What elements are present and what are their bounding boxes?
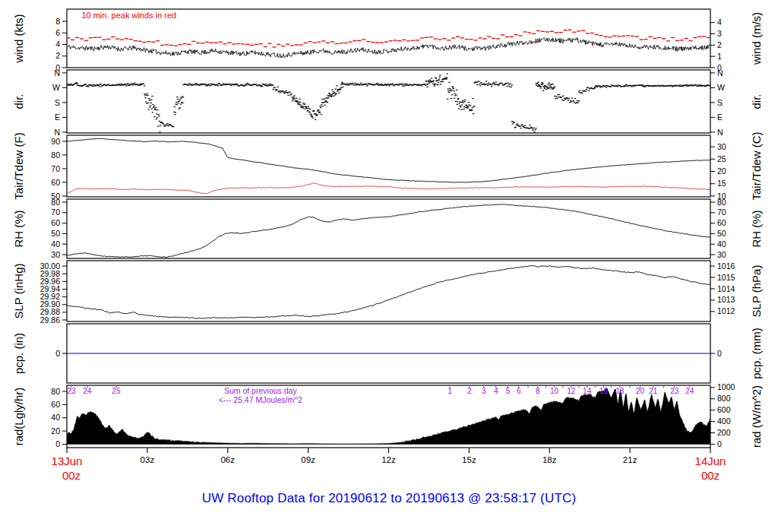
- meteogram: 0246801234wind (kts)wind (m/s)10 min. pe…: [0, 0, 778, 532]
- svg-text:S: S: [55, 98, 60, 107]
- svg-text:4: 4: [55, 40, 60, 49]
- svg-text:80: 80: [51, 150, 60, 160]
- svg-text:60: 60: [51, 400, 60, 409]
- svg-text:0: 0: [717, 439, 722, 448]
- svg-text:Sum of previous day: Sum of previous day: [224, 386, 297, 395]
- svg-text:1013: 1013: [717, 295, 735, 304]
- svg-text:N: N: [54, 68, 60, 78]
- svg-text:<--- 25.47 MJoules/m^2: <--- 25.47 MJoules/m^2: [219, 395, 302, 404]
- radiation-sum-annotation: Sum of previous day<--- 25.47 MJoules/m^…: [219, 386, 302, 404]
- svg-text:3: 3: [717, 29, 722, 38]
- trace-wind-direction: [66, 73, 711, 132]
- svg-text:wind (m/s): wind (m/s): [750, 12, 763, 65]
- panel-temp: 50607080901015202530Tair/Tdew (F)Tair/Td…: [12, 131, 763, 200]
- svg-text:20: 20: [51, 426, 60, 435]
- svg-text:60: 60: [51, 218, 60, 227]
- trace-ten-min-peak-winds: [66, 30, 710, 47]
- svg-text:40: 40: [51, 239, 60, 249]
- svg-text:14Jun: 14Jun: [695, 454, 726, 467]
- svg-text:0: 0: [717, 349, 722, 358]
- svg-text:rad(Lgly/hr): rad(Lgly/hr): [12, 388, 25, 446]
- svg-text:400: 400: [717, 416, 731, 426]
- trace-air-temperature: [67, 138, 710, 182]
- svg-text:13Jun: 13Jun: [52, 454, 83, 467]
- svg-text:dir.: dir.: [12, 93, 25, 109]
- svg-text:50: 50: [717, 229, 726, 238]
- trace-wind-speed: [67, 38, 710, 59]
- svg-text:dir.: dir.: [750, 93, 763, 109]
- svg-text:0: 0: [55, 349, 60, 358]
- svg-text:6: 6: [55, 28, 60, 37]
- svg-text:10 min. peak winds in red: 10 min. peak winds in red: [81, 11, 176, 20]
- svg-text:SLP (inHg): SLP (inHg): [12, 263, 25, 318]
- time-axis: 03z06z09z12z15z18z21z13Jun00z14Jun00z: [52, 448, 726, 482]
- panel-dir: NESWNNESWNdir.dir.: [12, 68, 763, 137]
- svg-text:12z: 12z: [381, 455, 396, 464]
- svg-text:90: 90: [51, 137, 60, 146]
- panel-slp-frame: [67, 261, 710, 321]
- svg-text:1000: 1000: [717, 382, 735, 391]
- svg-text:50: 50: [51, 229, 60, 238]
- svg-text:20: 20: [717, 166, 726, 176]
- svg-text:80: 80: [717, 198, 726, 207]
- svg-text:03z: 03z: [141, 455, 155, 464]
- svg-text:RH (%): RH (%): [12, 210, 25, 247]
- svg-text:800: 800: [717, 394, 731, 403]
- svg-text:pcp. (mm): pcp. (mm): [750, 328, 763, 379]
- solar-hour-labels: 2324251234568101214161820212324: [67, 385, 694, 395]
- panel-rh: 304050607080304050607080RH (%)RH (%): [12, 198, 763, 259]
- svg-text:wind (kts): wind (kts): [12, 14, 25, 63]
- svg-text:2: 2: [55, 51, 60, 60]
- svg-text:30: 30: [717, 142, 726, 151]
- svg-text:E: E: [55, 112, 60, 122]
- svg-text:70: 70: [51, 164, 60, 173]
- svg-text:8: 8: [55, 17, 60, 26]
- svg-text:70: 70: [717, 207, 726, 217]
- figure-caption: UW Rooftop Data for 20190612 to 20190613…: [0, 491, 778, 506]
- panel-rad: 02040608002004006008001000rad(Lgly/hr)ra…: [12, 382, 763, 448]
- svg-text:70: 70: [51, 207, 60, 217]
- svg-text:09z: 09z: [301, 455, 315, 464]
- svg-text:1: 1: [717, 52, 722, 61]
- svg-text:E: E: [717, 112, 723, 122]
- svg-text:SLP (hPa): SLP (hPa): [750, 265, 763, 318]
- svg-text:40: 40: [717, 239, 726, 249]
- trace-sea-level-pressure: [67, 266, 710, 319]
- svg-text:00z: 00z: [62, 469, 81, 482]
- svg-text:Tair/Tdew (C): Tair/Tdew (C): [750, 131, 763, 200]
- svg-text:0: 0: [55, 439, 60, 448]
- trace-solar-radiation: [67, 388, 710, 444]
- svg-text:1016: 1016: [717, 261, 735, 271]
- svg-text:N: N: [54, 128, 60, 137]
- svg-text:60: 60: [51, 178, 60, 187]
- svg-text:Tair/Tdew (F): Tair/Tdew (F): [12, 132, 25, 199]
- svg-text:80: 80: [51, 198, 60, 207]
- svg-text:W: W: [52, 83, 60, 92]
- svg-text:18z: 18z: [542, 455, 557, 464]
- svg-text:60: 60: [717, 218, 726, 227]
- trace-relative-humidity: [67, 204, 710, 258]
- svg-text:30.00: 30.00: [40, 261, 60, 271]
- meteogram-plot: 0246801234wind (kts)wind (m/s)10 min. pe…: [0, 0, 778, 532]
- svg-text:N: N: [717, 68, 723, 78]
- svg-text:1012: 1012: [717, 306, 735, 315]
- svg-text:06z: 06z: [220, 455, 235, 464]
- svg-text:2: 2: [717, 40, 722, 49]
- trace-dew-point: [67, 183, 710, 194]
- svg-text:rad (W/m^2): rad (W/m^2): [750, 385, 763, 448]
- svg-text:pcp. (in): pcp. (in): [12, 333, 25, 374]
- panel-slp: 29.8629.8829.9029.9229.9429.9629.9830.00…: [12, 261, 763, 325]
- svg-text:21z: 21z: [623, 455, 637, 464]
- svg-text:W: W: [717, 83, 725, 92]
- svg-text:30: 30: [717, 250, 726, 259]
- svg-text:N: N: [717, 128, 723, 137]
- svg-text:1015: 1015: [717, 273, 735, 282]
- svg-text:RH (%): RH (%): [750, 210, 763, 247]
- svg-text:15z: 15z: [462, 455, 476, 464]
- svg-text:1014: 1014: [717, 284, 735, 293]
- svg-text:S: S: [717, 98, 723, 107]
- svg-text:25: 25: [717, 154, 726, 163]
- svg-text:4: 4: [717, 17, 722, 27]
- svg-text:80: 80: [51, 387, 60, 396]
- panel-wind: 0246801234wind (kts)wind (m/s)10 min. pe…: [12, 9, 763, 72]
